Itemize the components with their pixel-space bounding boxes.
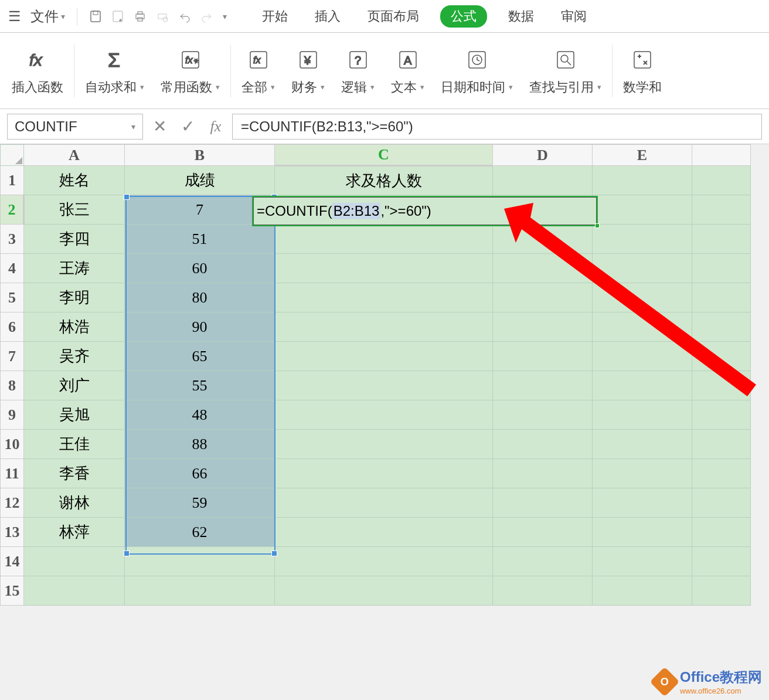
cell[interactable]: 求及格人数: [275, 166, 493, 195]
cell[interactable]: 吴齐: [24, 342, 125, 371]
cell[interactable]: 姓名: [24, 166, 125, 195]
tab-layout[interactable]: 页面布局: [362, 5, 425, 28]
select-all-corner[interactable]: [1, 145, 24, 166]
redo-icon[interactable]: [197, 6, 217, 26]
row-header[interactable]: 15: [1, 576, 24, 606]
row-header[interactable]: 9: [1, 400, 24, 430]
cell[interactable]: 李四: [24, 225, 125, 254]
svg-text:A: A: [404, 54, 412, 67]
cell[interactable]: 48: [125, 400, 275, 430]
print-icon[interactable]: [130, 6, 150, 26]
text-functions-button[interactable]: A 文本▾: [385, 46, 430, 96]
row-header[interactable]: 3: [1, 225, 24, 254]
cell[interactable]: 李香: [24, 459, 125, 488]
col-header-d[interactable]: D: [493, 145, 593, 166]
name-box[interactable]: COUNTIF▾: [7, 114, 143, 140]
fx-button[interactable]: fx: [204, 118, 227, 135]
cell[interactable]: 成绩: [125, 166, 275, 195]
formula-input[interactable]: =COUNTIF(B2:B13,">=60"): [232, 114, 762, 140]
cell[interactable]: 65: [125, 342, 275, 371]
cell[interactable]: 66: [125, 459, 275, 488]
cell[interactable]: 59: [125, 488, 275, 518]
tab-data[interactable]: 数据: [502, 5, 540, 28]
row-header[interactable]: 13: [1, 518, 24, 547]
col-header-f[interactable]: [692, 145, 751, 166]
tab-review[interactable]: 审阅: [555, 5, 593, 28]
row-header[interactable]: 10: [1, 430, 24, 459]
row-header[interactable]: 11: [1, 459, 24, 488]
col-header-a[interactable]: A: [24, 145, 125, 166]
lookup-functions-button[interactable]: 查找与引用▾: [523, 46, 607, 96]
row-header[interactable]: 12: [1, 488, 24, 518]
math-functions-button[interactable]: 数学和: [617, 46, 668, 96]
fill-handle[interactable]: [595, 223, 600, 228]
all-functions-button[interactable]: fx 全部▾: [236, 46, 281, 96]
datetime-functions-button[interactable]: 日期和时间▾: [435, 46, 519, 96]
autosum-button[interactable]: Σ 自动求和▾: [79, 46, 150, 96]
svg-rect-6: [158, 14, 166, 19]
cell[interactable]: [692, 195, 751, 225]
save-icon[interactable]: [86, 6, 106, 26]
cell-editor[interactable]: =COUNTIF(B2:B13,">=60"): [252, 196, 598, 226]
row-header[interactable]: 5: [1, 283, 24, 312]
svg-text:fx: fx: [253, 55, 261, 65]
row-header[interactable]: 4: [1, 254, 24, 283]
formula-bar: COUNTIF▾ ✕ ✓ fx =COUNTIF(B2:B13,">=60"): [0, 109, 769, 144]
logic-functions-button[interactable]: ? 逻辑▾: [335, 46, 380, 96]
tab-start[interactable]: 开始: [256, 5, 294, 28]
cancel-edit-button[interactable]: ✕: [148, 117, 171, 136]
cell[interactable]: 林萍: [24, 518, 125, 547]
tab-insert[interactable]: 插入: [309, 5, 346, 28]
cell[interactable]: 王涛: [24, 254, 125, 283]
cell[interactable]: 55: [125, 371, 275, 400]
cell[interactable]: 刘广: [24, 371, 125, 400]
cell[interactable]: 王佳: [24, 430, 125, 459]
menu-icon[interactable]: ☰: [5, 8, 25, 25]
cell[interactable]: 60: [125, 254, 275, 283]
cell[interactable]: 张三: [24, 195, 125, 225]
qat-dropdown-icon[interactable]: ▾: [223, 12, 227, 21]
fx-icon: fx: [26, 46, 49, 74]
chevron-down-icon: ▾: [131, 122, 135, 131]
clock-icon: [465, 46, 489, 74]
cell[interactable]: [692, 166, 751, 195]
cell[interactable]: [493, 166, 593, 195]
cell[interactable]: 51: [125, 225, 275, 254]
cell[interactable]: 80: [125, 283, 275, 312]
cell[interactable]: 88: [125, 430, 275, 459]
finance-functions-button[interactable]: ¥ 财务▾: [285, 46, 331, 96]
tab-formula[interactable]: 公式: [440, 5, 487, 28]
cell[interactable]: 62: [125, 518, 275, 547]
row-header[interactable]: 6: [1, 312, 24, 342]
confirm-edit-button[interactable]: ✓: [176, 117, 199, 136]
cell[interactable]: [593, 166, 692, 195]
logo-icon: O: [650, 667, 680, 696]
row-header[interactable]: 2: [1, 195, 24, 225]
svg-point-23: [561, 55, 568, 62]
file-menu[interactable]: 文件▾: [27, 7, 69, 26]
chevron-down-icon: ▾: [61, 12, 65, 21]
print-preview-icon[interactable]: [152, 6, 172, 26]
cell[interactable]: 谢林: [24, 488, 125, 518]
chevron-down-icon: ▾: [420, 83, 424, 91]
svg-rect-5: [138, 18, 142, 21]
ribbon-tabs: 开始 插入 页面布局 公式 数据 审阅: [256, 5, 593, 28]
cell[interactable]: 李明: [24, 283, 125, 312]
cell[interactable]: [275, 225, 493, 254]
col-header-b[interactable]: B: [125, 145, 275, 166]
row-header[interactable]: 8: [1, 371, 24, 400]
cell[interactable]: 90: [125, 312, 275, 342]
undo-icon[interactable]: [175, 6, 195, 26]
cell[interactable]: 林浩: [24, 312, 125, 342]
row-header[interactable]: 1: [1, 166, 24, 195]
cell[interactable]: [593, 195, 692, 225]
row-header[interactable]: 14: [1, 547, 24, 576]
common-functions-button[interactable]: fx 常用函数▾: [155, 46, 226, 96]
cell[interactable]: 吴旭: [24, 400, 125, 430]
row-header[interactable]: 7: [1, 342, 24, 371]
col-header-e[interactable]: E: [593, 145, 692, 166]
fx-star-icon: fx: [179, 46, 202, 74]
save-as-icon[interactable]: [108, 6, 128, 26]
col-header-c[interactable]: C: [275, 145, 493, 166]
insert-function-button[interactable]: fx 插入函数: [6, 46, 69, 96]
